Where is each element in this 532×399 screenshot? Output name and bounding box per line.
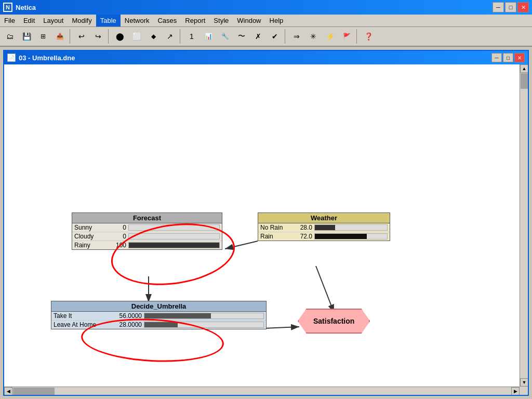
menu-modify[interactable]: Modify [68, 15, 96, 26]
doc-minimize[interactable]: ─ [491, 53, 502, 62]
main-area: 📄 03 - Umbrella.dne ─ □ ✕ [0, 47, 532, 399]
satisfaction-container: Satisfaction [298, 309, 370, 334]
forecast-value-rainy: 100 [105, 242, 126, 249]
weather-label-norain: No Rain [260, 224, 291, 231]
menu-cases[interactable]: Cases [153, 15, 181, 26]
forecast-rows: Sunny 0 Cloudy 0 [72, 223, 222, 249]
scroll-left-button[interactable]: ◀ [4, 387, 12, 395]
doc-window: 📄 03 - Umbrella.dne ─ □ ✕ [3, 50, 529, 396]
scrollbar-horizontal[interactable]: ◀ ▶ [4, 387, 520, 395]
forecast-row-sunny: Sunny 0 [72, 223, 222, 232]
toolbar-undo[interactable]: ↩ [74, 29, 89, 44]
toolbar-chart[interactable]: 📊 [201, 29, 216, 44]
toolbar-cross[interactable]: ✗ [250, 29, 266, 44]
menu-network[interactable]: Network [121, 15, 154, 26]
scroll-thumb-v[interactable] [521, 73, 528, 89]
decide-value-takeit: 56.0000 [105, 312, 142, 320]
scroll-track-h[interactable] [12, 387, 511, 395]
scroll-thumb-h[interactable] [13, 388, 55, 395]
canvas-area: Forecast Sunny 0 Cloudy 0 [4, 64, 528, 395]
decide-bar-takeit [144, 313, 264, 319]
doc-icon: 📄 [7, 54, 16, 62]
doc-close[interactable]: ✕ [514, 53, 525, 62]
svg-line-3 [316, 266, 334, 313]
scrollbar-vertical[interactable]: ▲ ▼ [520, 64, 528, 387]
toolbar-save[interactable]: 💾 [19, 29, 34, 44]
menu-report[interactable]: Report [181, 15, 209, 26]
menu-help[interactable]: Help [265, 15, 288, 26]
menu-file[interactable]: File [0, 15, 19, 26]
title-bar: N Netica ─ □ ✕ [0, 0, 532, 15]
toolbar-rect[interactable]: ⬜ [129, 29, 144, 44]
toolbar-redo[interactable]: ↪ [90, 29, 106, 44]
decide-row-takeit: Take It 56.0000 [51, 312, 266, 321]
toolbar-paste[interactable]: 📤 [52, 29, 68, 44]
doc-title: 03 - Umbrella.dne [19, 54, 75, 62]
scroll-corner [520, 387, 528, 395]
toolbar-star[interactable]: ✳ [305, 29, 321, 44]
weather-node[interactable]: Weather No Rain 28.0 Rain 72.0 [258, 212, 390, 241]
scroll-right-button[interactable]: ▶ [511, 387, 520, 395]
forecast-label-rainy: Rainy [74, 242, 105, 249]
app-icon: N [3, 3, 12, 12]
weather-label-rain: Rain [260, 233, 291, 240]
minimize-button[interactable]: ─ [493, 2, 504, 12]
forecast-row-cloudy: Cloudy 0 [72, 232, 222, 241]
menu-layout[interactable]: Layout [39, 15, 68, 26]
menu-table[interactable]: Table [96, 15, 121, 26]
doc-title-bar: 📄 03 - Umbrella.dne ─ □ ✕ [4, 51, 528, 64]
toolbar-oval[interactable]: ⬤ [112, 29, 128, 44]
app-title: Netica [16, 4, 36, 11]
decide-value-leave: 28.0000 [105, 321, 142, 328]
svg-line-4 [264, 327, 299, 328]
forecast-value-cloudy: 0 [105, 233, 126, 240]
weather-value-norain: 28.0 [291, 224, 312, 231]
maximize-button[interactable]: □ [505, 2, 516, 12]
forecast-label-sunny: Sunny [74, 224, 105, 231]
weather-header: Weather [258, 213, 390, 223]
decide-header: Decide_Umbrella [51, 301, 266, 312]
toolbar-check[interactable]: ✔ [267, 29, 283, 44]
bn-canvas: Forecast Sunny 0 Cloudy 0 [4, 64, 520, 387]
menu-edit[interactable]: Edit [19, 15, 39, 26]
toolbar-arrow[interactable]: ↗ [162, 29, 178, 44]
toolbar-wave[interactable]: 〜 [234, 29, 249, 44]
toolbar-tool1[interactable]: 🔧 [217, 29, 233, 44]
decide-label-leave: Leave At Home [54, 321, 105, 328]
toolbar-help[interactable]: ❓ [361, 29, 376, 44]
scroll-down-button[interactable]: ▼ [520, 378, 528, 387]
toolbar-open[interactable]: 🗂 [2, 29, 18, 44]
menu-bar: File Edit Layout Modify Table Network Ca… [0, 15, 532, 27]
forecast-value-sunny: 0 [105, 224, 126, 231]
forecast-bar-sunny [128, 224, 220, 231]
weather-value-rain: 72.0 [291, 233, 312, 240]
forecast-header: Forecast [72, 213, 222, 223]
scroll-up-button[interactable]: ▲ [520, 64, 528, 73]
decide-rows: Take It 56.0000 Leave At Home 28.0000 [51, 312, 266, 329]
toolbar-one[interactable]: 1 [184, 29, 200, 44]
svg-line-1 [225, 241, 258, 249]
menu-window[interactable]: Window [233, 15, 265, 26]
decide-bar-leave [144, 322, 264, 328]
toolbar-arrow2[interactable]: ⇒ [289, 29, 304, 44]
decide-umbrella-node[interactable]: Decide_Umbrella Take It 56.0000 Leave At… [51, 301, 267, 329]
scroll-track-v[interactable] [520, 73, 528, 378]
toolbar-diamond[interactable]: ◆ [145, 29, 161, 44]
toolbar: 🗂 💾 ⊞ 📤 ↩ ↪ ⬤ ⬜ ◆ ↗ 1 📊 🔧 〜 ✗ ✔ ⇒ ✳ ⚡ 🚩 … [0, 27, 532, 47]
weather-row-norain: No Rain 28.0 [258, 223, 390, 232]
toolbar-copy[interactable]: ⊞ [35, 29, 51, 44]
weather-row-rain: Rain 72.0 [258, 232, 390, 241]
forecast-label-cloudy: Cloudy [74, 233, 105, 240]
forecast-node[interactable]: Forecast Sunny 0 Cloudy 0 [72, 212, 222, 250]
satisfaction-node[interactable]: Satisfaction [298, 309, 370, 334]
forecast-bar-rainy [128, 242, 220, 248]
title-controls: ─ □ ✕ [493, 2, 529, 12]
close-button[interactable]: ✕ [517, 2, 529, 12]
toolbar-flag[interactable]: 🚩 [339, 29, 354, 44]
toolbar-lightning[interactable]: ⚡ [322, 29, 338, 44]
forecast-row-rainy: Rainy 100 [72, 241, 222, 249]
doc-maximize[interactable]: □ [503, 53, 513, 62]
menu-style[interactable]: Style [209, 15, 233, 26]
weather-bar-rain [314, 233, 388, 240]
weather-rows: No Rain 28.0 Rain 72.0 [258, 223, 390, 241]
